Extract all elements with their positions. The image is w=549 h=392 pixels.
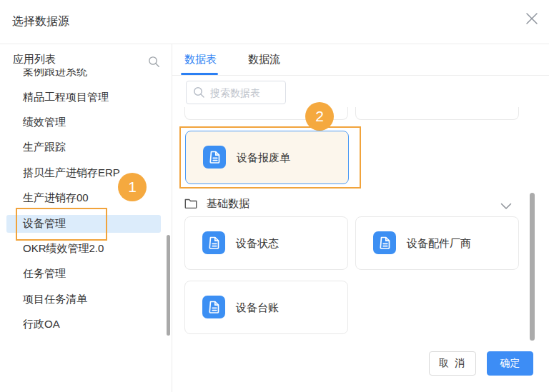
table-card-label: 设备报废单 <box>237 151 290 165</box>
table-card-label: 设备配件厂商 <box>407 237 471 251</box>
app-list-scrollbar[interactable] <box>167 235 170 336</box>
app-item[interactable]: 任务管理 <box>0 261 171 286</box>
close-icon[interactable] <box>524 11 540 26</box>
app-item-selected-label: 设备管理 <box>6 215 161 233</box>
app-item[interactable]: 绩效管理 <box>0 110 171 135</box>
document-icon <box>202 296 225 321</box>
app-list-panel: 应用列表 案例跟进系统 精品工程项目管理 绩效管理 生产跟踪 搭贝生产进销存ER… <box>0 44 172 392</box>
document-icon <box>373 231 396 257</box>
tab-data-flow[interactable]: 数据流 <box>248 53 280 66</box>
document-icon <box>203 146 226 171</box>
table-search-input[interactable] <box>209 82 283 103</box>
dialog-header: 选择数据源 <box>0 0 549 44</box>
table-card[interactable]: 设备台账 <box>184 281 348 334</box>
table-card-label: 设备台账 <box>236 301 279 315</box>
confirm-button[interactable]: 确定 <box>487 351 533 376</box>
search-icon <box>193 86 205 99</box>
table-card[interactable]: 设备配件厂商 <box>355 216 519 270</box>
datasource-panel: 数据表 数据流 设备报废单 <box>172 44 549 392</box>
app-item-selected[interactable]: 设备管理 <box>0 211 171 236</box>
table-search-box <box>186 81 286 104</box>
search-icon[interactable] <box>148 56 160 68</box>
table-card-partial[interactable] <box>184 107 348 120</box>
table-card-selected[interactable]: 设备报废单 <box>185 131 349 184</box>
app-item[interactable]: 项目任务清单 <box>0 287 171 312</box>
chevron-down-icon[interactable] <box>500 200 512 213</box>
select-datasource-dialog: 选择数据源 应用列表 案例跟进系统 精品工程项目管理 绩效管理 生产跟踪 搭贝生… <box>0 0 549 392</box>
folder-icon <box>184 198 197 209</box>
cancel-button[interactable]: 取 消 <box>429 351 476 376</box>
tab-bar: 数据表 数据流 <box>172 44 549 76</box>
app-item[interactable]: 生产跟踪 <box>0 135 171 160</box>
section-basic-data[interactable]: 基础数据 <box>184 196 249 211</box>
content-scrollbar[interactable] <box>530 193 535 341</box>
app-list: 案例跟进系统 精品工程项目管理 绩效管理 生产跟踪 搭贝生产进销存ERP 生产进… <box>0 69 171 337</box>
active-tab-underline <box>181 73 218 75</box>
tab-data-table[interactable]: 数据表 <box>184 53 217 66</box>
table-card[interactable]: 设备状态 <box>184 216 348 270</box>
app-item[interactable]: OKR绩效管理2.0 <box>0 236 171 261</box>
table-card-label: 设备状态 <box>236 237 279 251</box>
document-icon <box>202 231 225 257</box>
section-label: 基础数据 <box>207 197 249 211</box>
app-item[interactable]: 生产进销存00 <box>0 186 171 211</box>
app-item[interactable]: 案例跟进系统 <box>0 69 171 84</box>
app-item[interactable]: 搭贝生产进销存ERP <box>0 161 171 186</box>
app-list-scroll-area: 案例跟进系统 精品工程项目管理 绩效管理 生产跟踪 搭贝生产进销存ERP 生产进… <box>0 69 171 392</box>
app-list-title: 应用列表 <box>13 53 56 66</box>
table-card-partial[interactable] <box>355 107 519 120</box>
dialog-title: 选择数据源 <box>12 14 69 29</box>
app-item[interactable]: 精品工程项目管理 <box>0 84 171 109</box>
app-item[interactable]: 行政OA <box>0 312 171 337</box>
